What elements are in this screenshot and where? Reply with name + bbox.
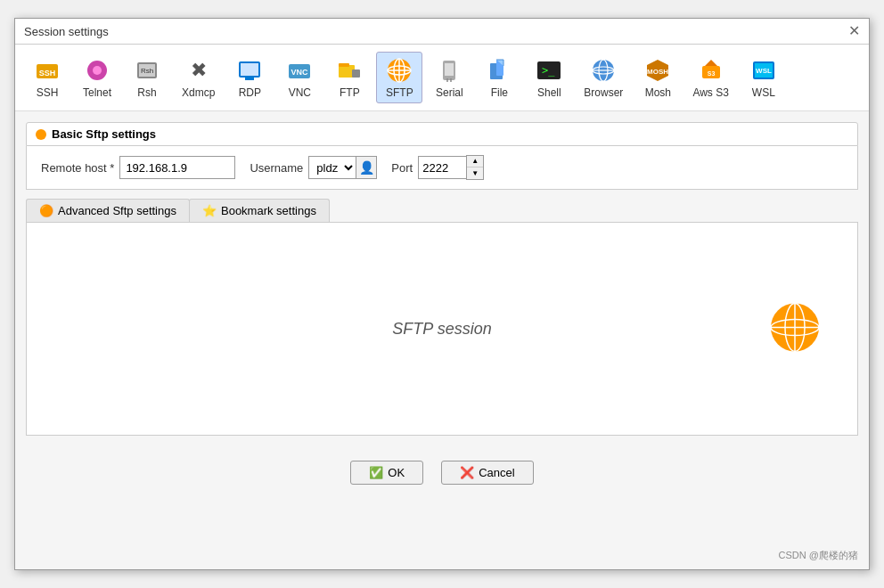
- protocol-serial[interactable]: Serial: [426, 52, 472, 103]
- session-settings-dialog: Session settings ✕ SSH SSH Telnet Rsh Rs…: [14, 18, 870, 570]
- remote-host-label: Remote host *: [41, 161, 114, 175]
- protocol-bar: SSH SSH Telnet Rsh Rsh ✖ Xdmcp: [15, 45, 869, 111]
- telnet-icon: [83, 56, 111, 85]
- svg-text:Rsh: Rsh: [141, 67, 153, 75]
- svg-rect-9: [241, 63, 258, 76]
- main-panel: SFTP session: [26, 222, 858, 436]
- rsh-label: Rsh: [137, 86, 156, 99]
- port-spinner: ▲ ▼: [466, 155, 484, 180]
- basic-settings-header: Basic Sftp settings: [26, 122, 858, 146]
- protocol-aws-s3[interactable]: S3 Aws S3: [684, 52, 736, 103]
- svg-text:S3: S3: [707, 70, 715, 77]
- wsl-icon: WSL: [749, 56, 778, 85]
- protocol-vnc[interactable]: VNC VNC: [276, 52, 323, 103]
- svg-rect-23: [445, 63, 454, 76]
- vnc-label: VNC: [289, 86, 311, 99]
- serial-label: Serial: [436, 86, 463, 99]
- browser-icon: [589, 56, 618, 85]
- ssh-label: SSH: [37, 86, 59, 99]
- shell-icon: >_: [535, 56, 563, 85]
- username-group: Username pldz 👤: [250, 156, 377, 179]
- port-input[interactable]: [418, 156, 467, 179]
- username-label: Username: [250, 161, 303, 175]
- protocol-rdp[interactable]: RDP: [226, 52, 273, 103]
- advanced-tab-label: Advanced Sftp settings: [58, 204, 176, 217]
- wsl-label: WSL: [752, 86, 775, 99]
- ok-label: OK: [388, 466, 405, 479]
- svg-point-3: [93, 66, 102, 75]
- rsh-icon: Rsh: [133, 56, 161, 85]
- advanced-tab-icon: 🟠: [39, 204, 53, 217]
- mosh-label: Mosh: [645, 86, 671, 99]
- bookmark-tab-label: Bookmark settings: [221, 204, 316, 217]
- rdp-label: RDP: [239, 86, 261, 99]
- ssh-icon: SSH: [33, 56, 61, 85]
- cancel-label: Cancel: [479, 466, 514, 479]
- xdmcp-label: Xdmcp: [182, 86, 215, 99]
- tab-bookmark[interactable]: ⭐ Bookmark settings: [189, 199, 330, 222]
- svg-text:SSH: SSH: [39, 69, 56, 78]
- ftp-icon: [335, 56, 364, 85]
- protocol-shell[interactable]: >_ Shell: [526, 52, 572, 103]
- protocol-sftp[interactable]: SFTP: [376, 52, 422, 103]
- close-button[interactable]: ✕: [848, 24, 860, 38]
- browser-label: Browser: [584, 86, 623, 99]
- xdmcp-icon: ✖: [184, 56, 213, 85]
- svg-marker-37: [705, 60, 717, 66]
- mosh-icon: MOSH: [643, 56, 672, 85]
- file-label: File: [491, 86, 508, 99]
- port-wrap: ▲ ▼: [418, 155, 484, 180]
- protocol-wsl[interactable]: WSL WSL: [741, 52, 787, 103]
- user-icon-button[interactable]: 👤: [356, 156, 377, 179]
- cancel-icon: ❌: [460, 466, 474, 479]
- svg-text:MOSH: MOSH: [647, 68, 668, 76]
- basic-settings-fields: Remote host * Username pldz 👤 Port: [26, 146, 858, 190]
- svg-text:VNC: VNC: [291, 68, 309, 77]
- port-group: Port ▲ ▼: [391, 155, 484, 180]
- watermark: CSDN @爬楼的猪: [779, 549, 858, 562]
- protocol-xdmcp[interactable]: ✖ Xdmcp: [174, 52, 223, 103]
- svg-text:WSL: WSL: [756, 67, 772, 75]
- protocol-ssh[interactable]: SSH SSH: [24, 52, 70, 103]
- content-area: Basic Sftp settings Remote host * Userna…: [15, 111, 869, 446]
- protocol-file[interactable]: File: [476, 52, 522, 103]
- globe-icon: [768, 301, 822, 357]
- vnc-icon: VNC: [285, 56, 314, 85]
- tab-advanced-sftp[interactable]: 🟠 Advanced Sftp settings: [26, 199, 190, 222]
- svg-rect-10: [245, 78, 254, 80]
- protocol-telnet[interactable]: Telnet: [74, 52, 120, 103]
- aws-s3-label: Aws S3: [692, 86, 728, 99]
- protocol-rsh[interactable]: Rsh Rsh: [124, 52, 170, 103]
- sftp-icon: [385, 56, 413, 85]
- port-label: Port: [391, 161, 413, 175]
- bookmark-tab-icon: ⭐: [202, 204, 217, 217]
- aws-s3-icon: S3: [697, 56, 725, 85]
- port-down-button[interactable]: ▼: [467, 167, 483, 179]
- svg-text:✖: ✖: [191, 59, 207, 81]
- file-icon: [485, 56, 513, 85]
- protocol-ftp[interactable]: FTP: [326, 52, 372, 103]
- header-dot: [36, 129, 46, 140]
- footer: ✅ OK ❌ Cancel: [15, 446, 869, 499]
- remote-host-input[interactable]: [119, 156, 235, 179]
- cancel-button[interactable]: ❌ Cancel: [441, 461, 533, 485]
- svg-rect-16: [352, 69, 360, 78]
- shell-label: Shell: [537, 86, 561, 99]
- sftp-session-label: SFTP session: [392, 320, 491, 339]
- svg-rect-15: [339, 63, 349, 67]
- basic-settings-title: Basic Sftp settings: [52, 127, 156, 141]
- ftp-label: FTP: [340, 86, 360, 99]
- tabs-row: 🟠 Advanced Sftp settings ⭐ Bookmark sett…: [26, 199, 858, 222]
- remote-host-group: Remote host *: [41, 156, 235, 179]
- rdp-icon: [235, 56, 264, 85]
- port-up-button[interactable]: ▲: [467, 156, 483, 167]
- ok-icon: ✅: [369, 466, 383, 479]
- dialog-title: Session settings: [24, 25, 109, 38]
- telnet-label: Telnet: [83, 86, 111, 99]
- protocol-mosh[interactable]: MOSH Mosh: [634, 52, 681, 103]
- username-select[interactable]: pldz: [308, 156, 356, 179]
- title-bar: Session settings ✕: [15, 19, 869, 45]
- svg-text:>_: >_: [542, 64, 555, 77]
- protocol-browser[interactable]: Browser: [576, 52, 631, 103]
- ok-button[interactable]: ✅ OK: [350, 461, 423, 485]
